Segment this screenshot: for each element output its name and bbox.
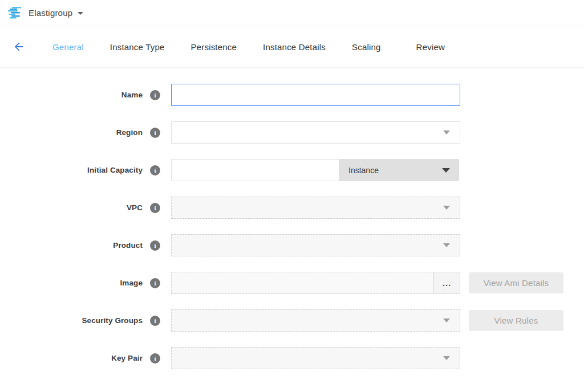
top-bar: Elastigroup — [0, 0, 584, 26]
initial-capacity-input[interactable] — [171, 159, 339, 181]
product-info-icon[interactable]: i — [150, 240, 160, 251]
image-label: Image — [0, 279, 143, 287]
key-pair-row: Key Pair i — [0, 347, 584, 369]
key-pair-label: Key Pair — [0, 354, 143, 362]
vpc-select[interactable] — [171, 197, 460, 219]
back-button[interactable] — [11, 39, 26, 54]
tab-persistence[interactable]: Persistence — [191, 42, 237, 52]
tab-scaling[interactable]: Scaling — [352, 42, 381, 52]
name-label: Name — [0, 91, 143, 99]
image-browse-button[interactable]: ... — [433, 272, 460, 293]
region-label: Region — [0, 128, 143, 137]
name-input[interactable] — [171, 84, 460, 106]
view-ami-details-button[interactable]: View Ami Details — [469, 272, 563, 293]
vpc-label: VPC — [0, 203, 143, 212]
security-groups-row: Security Groups i View Rules — [0, 309, 584, 332]
region-select[interactable] — [171, 121, 460, 144]
security-groups-label: Security Groups — [0, 316, 143, 325]
key-pair-select[interactable] — [171, 347, 460, 369]
chevron-down-icon — [443, 243, 450, 247]
chevron-down-icon — [443, 206, 450, 210]
vpc-row: VPC i — [0, 197, 584, 219]
security-groups-select[interactable] — [171, 309, 460, 332]
initial-capacity-row: Initial Capacity i Instance — [0, 159, 584, 181]
chevron-down-icon — [443, 130, 450, 134]
chevron-down-icon — [443, 356, 450, 360]
wizard-tab-bar: General Instance Type Persistence Instan… — [0, 26, 584, 68]
tab-instance-details[interactable]: Instance Details — [263, 42, 326, 52]
vpc-info-icon[interactable]: i — [150, 203, 160, 213]
chevron-down-icon — [78, 12, 83, 15]
capacity-unit-select[interactable]: Instance — [339, 159, 459, 181]
security-groups-info-icon[interactable]: i — [150, 316, 160, 326]
image-row: Image i ... View Ami Details — [0, 272, 584, 294]
image-info-icon[interactable]: i — [150, 278, 160, 288]
region-row: Region i — [0, 121, 584, 144]
tab-general[interactable]: General — [52, 42, 84, 52]
product-select[interactable] — [171, 234, 460, 256]
image-value — [172, 272, 433, 293]
image-input-group[interactable]: ... — [171, 272, 460, 294]
region-info-icon[interactable]: i — [150, 128, 160, 138]
chevron-down-icon — [443, 318, 450, 322]
initial-capacity-info-icon[interactable]: i — [150, 165, 160, 175]
tab-review[interactable]: Review — [416, 42, 445, 52]
capacity-unit-value: Instance — [348, 166, 379, 175]
name-row: Name i — [0, 84, 584, 106]
app-name: Elastigroup — [29, 8, 72, 18]
chevron-down-icon — [442, 168, 450, 173]
name-info-icon[interactable]: i — [150, 90, 160, 100]
app-switcher[interactable]: Elastigroup — [8, 7, 83, 19]
back-arrow-icon — [13, 40, 25, 53]
product-label: Product — [0, 241, 143, 250]
wizard-tabs: General Instance Type Persistence Instan… — [52, 42, 471, 52]
product-row: Product i — [0, 234, 584, 256]
initial-capacity-label: Initial Capacity — [0, 166, 143, 174]
tab-instance-type[interactable]: Instance Type — [110, 42, 165, 52]
view-rules-button[interactable]: View Rules — [469, 310, 563, 331]
elastigroup-logo-icon — [8, 7, 23, 19]
key-pair-info-icon[interactable]: i — [150, 353, 160, 364]
general-form: Name i Region i Initial Capacity i Insta… — [0, 68, 584, 369]
